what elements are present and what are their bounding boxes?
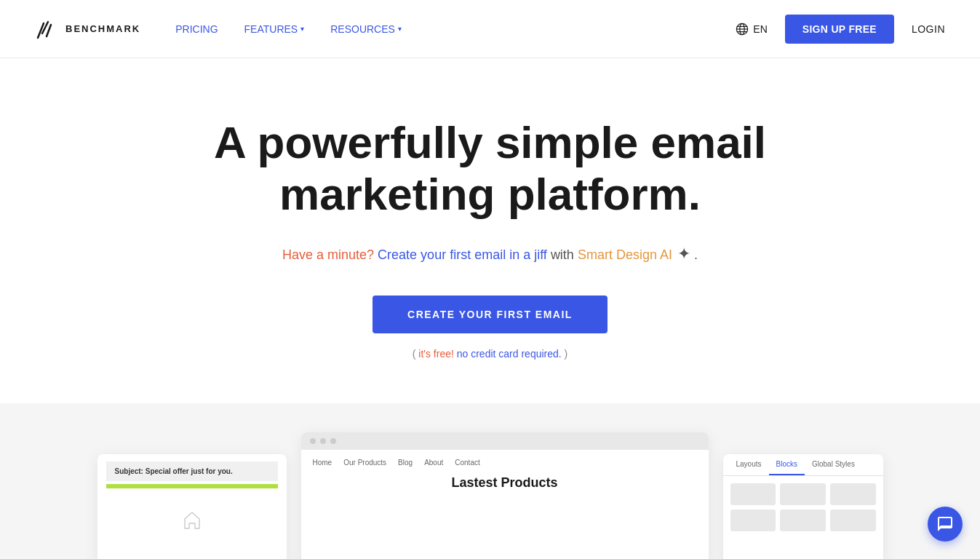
free-note: ( it's free! no credit card required. ) bbox=[413, 348, 568, 360]
browser-dot-3 bbox=[330, 438, 336, 444]
navbar-left: BENCHMARK PRICING FEATURES ▾ RESOURCES ▾ bbox=[35, 17, 402, 41]
navbar: BENCHMARK PRICING FEATURES ▾ RESOURCES ▾ bbox=[0, 0, 980, 58]
subtitle-period: . bbox=[694, 247, 698, 262]
features-chevron-icon: ▾ bbox=[300, 25, 304, 33]
ai-star-icon: ✦ bbox=[677, 241, 690, 266]
tab-global-styles[interactable]: Global Styles bbox=[805, 454, 862, 475]
language-selector[interactable]: EN bbox=[736, 23, 767, 36]
sidebar-body bbox=[723, 476, 883, 539]
browser-content: Home Our Products Blog About Contact Las… bbox=[301, 450, 709, 499]
navbar-right: EN SIGN UP FREE LOGIN bbox=[736, 15, 945, 44]
nav-item-features[interactable]: FEATURES ▾ bbox=[244, 23, 305, 35]
browser-main-title: Lastest Products bbox=[313, 475, 697, 491]
signup-button[interactable]: SIGN UP FREE bbox=[785, 15, 894, 44]
nav-about: About bbox=[424, 459, 443, 467]
nav-item-pricing[interactable]: PRICING bbox=[175, 23, 218, 35]
subtitle-with: with bbox=[551, 247, 578, 262]
sidebar-tabs: Layouts Blocks Global Styles bbox=[723, 454, 883, 476]
free-note-close: ) bbox=[565, 348, 568, 360]
free-note-credit: no credit card required. bbox=[457, 348, 562, 360]
sidebar-block-4 bbox=[730, 510, 776, 531]
create-email-button[interactable]: CREATE YOUR FIRST EMAIL bbox=[373, 296, 607, 333]
subtitle-have: Have a minute? bbox=[282, 247, 374, 262]
nav-products: Our Products bbox=[343, 459, 386, 467]
sidebar-block-6 bbox=[830, 510, 876, 531]
browser-dot-1 bbox=[310, 438, 316, 444]
chat-widget[interactable] bbox=[928, 507, 963, 542]
resources-link[interactable]: RESOURCES ▾ bbox=[330, 23, 402, 35]
email-subject-header: Subject: Special offer just for you. bbox=[106, 461, 278, 481]
features-link[interactable]: FEATURES ▾ bbox=[244, 23, 305, 35]
tab-layouts[interactable]: Layouts bbox=[729, 454, 769, 475]
sidebar-block-3 bbox=[830, 483, 876, 505]
resources-chevron-icon: ▾ bbox=[398, 25, 402, 33]
svg-line-2 bbox=[47, 25, 51, 36]
sidebar-preview-card: Layouts Blocks Global Styles bbox=[723, 454, 883, 559]
free-note-open: ( bbox=[413, 348, 416, 360]
main-preview-card: Home Our Products Blog About Contact Las… bbox=[301, 432, 709, 559]
login-button[interactable]: LOGIN bbox=[912, 23, 945, 35]
nav-item-resources[interactable]: RESOURCES ▾ bbox=[330, 23, 402, 35]
hero-subtitle: Have a minute? Create your first email i… bbox=[282, 241, 698, 266]
nav-links: PRICING FEATURES ▾ RESOURCES ▾ bbox=[175, 23, 402, 35]
chat-icon bbox=[936, 515, 954, 533]
benchmark-logo-icon bbox=[35, 17, 58, 41]
subject-label: Subject: bbox=[115, 467, 146, 475]
subtitle-create: Create your first email in a jiff bbox=[378, 247, 547, 262]
preview-section: Subject: Special offer just for you. Hom… bbox=[0, 403, 980, 559]
globe-icon bbox=[736, 23, 749, 36]
logo-link[interactable]: BENCHMARK bbox=[35, 17, 140, 41]
tab-blocks[interactable]: Blocks bbox=[769, 454, 805, 475]
nav-home: Home bbox=[313, 459, 332, 467]
browser-bar bbox=[301, 432, 709, 450]
nav-contact: Contact bbox=[455, 459, 479, 467]
free-note-free: it's free! bbox=[418, 348, 454, 360]
sidebar-block-5 bbox=[780, 510, 826, 531]
pricing-link[interactable]: PRICING bbox=[175, 23, 218, 35]
sidebar-block-2 bbox=[780, 483, 826, 505]
logo-text: BENCHMARK bbox=[65, 23, 140, 34]
hero-section: A powerfully simple email marketing plat… bbox=[0, 58, 980, 403]
email-preview-card: Subject: Special offer just for you. bbox=[97, 454, 287, 559]
nav-blog: Blog bbox=[398, 459, 413, 467]
email-body: Subject: Special offer just for you. bbox=[97, 454, 287, 559]
browser-dot-2 bbox=[320, 438, 326, 444]
lang-label: EN bbox=[753, 23, 767, 35]
sidebar-block-1 bbox=[730, 483, 776, 505]
browser-nav-bar: Home Our Products Blog About Contact bbox=[313, 459, 697, 467]
subtitle-smart-design: Smart Design AI bbox=[578, 247, 672, 262]
home-icon bbox=[181, 510, 203, 535]
subject-value: Special offer just for you. bbox=[146, 467, 233, 475]
hero-title: A powerfully simple email marketing plat… bbox=[207, 116, 774, 221]
